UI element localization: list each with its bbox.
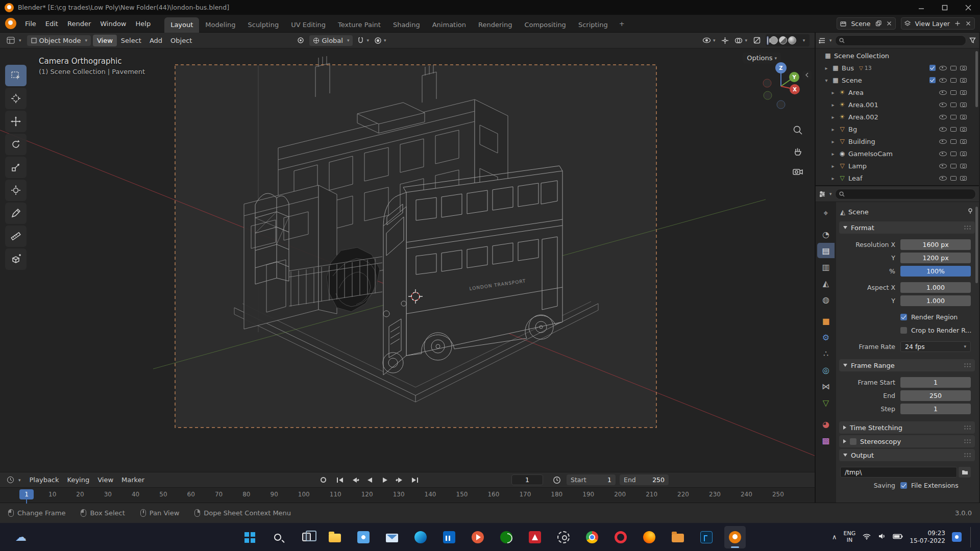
properties-tab-particles[interactable]: ∴	[817, 346, 835, 361]
proportional-editing-icon[interactable]	[373, 35, 387, 46]
orientation-selector[interactable]: Global	[309, 35, 353, 46]
workspace-tab[interactable]: UV Editing	[285, 17, 332, 33]
expand-icon[interactable]: ▸	[823, 65, 829, 71]
tool-cursor[interactable]	[5, 88, 27, 109]
taskbar-icon-photos[interactable]	[353, 526, 374, 548]
viewport-menu-item[interactable]: Add	[145, 35, 166, 46]
workspace-tab[interactable]: Modeling	[199, 17, 241, 33]
properties-tab-scene[interactable]: ◭	[817, 276, 835, 291]
timeline-menu-item[interactable]: View	[93, 474, 117, 486]
properties-search-input[interactable]	[847, 190, 972, 197]
properties-tab-constraints[interactable]: ⋈	[817, 379, 835, 394]
disable-render-icon[interactable]	[960, 127, 967, 132]
disable-viewport-icon[interactable]	[950, 164, 957, 168]
close-button[interactable]	[957, 0, 980, 15]
properties-tab-physics[interactable]: ◎	[817, 362, 835, 378]
scene-selector[interactable]: Scene	[837, 17, 895, 30]
workspace-tab[interactable]: Scripting	[572, 17, 614, 33]
remove-view-layer-icon[interactable]	[964, 19, 972, 28]
disable-viewport-icon[interactable]	[950, 103, 957, 107]
snapping-magnet-icon[interactable]	[356, 35, 370, 46]
toggle-xray-icon[interactable]	[751, 35, 763, 46]
shading-solid-button[interactable]	[770, 36, 778, 44]
aspect-x-field[interactable]: 1.000	[900, 282, 971, 293]
file-extensions-checkbox[interactable]	[900, 482, 907, 489]
workspace-tab[interactable]: Animation	[426, 17, 472, 33]
output-path-field[interactable]: /tmp\	[840, 467, 957, 478]
time-stretching-section-header[interactable]: Time Stretching	[839, 421, 975, 434]
play-button[interactable]	[378, 475, 391, 485]
timeline-ruler[interactable]: 1102030405060708090100110120130140150160…	[0, 487, 815, 503]
current-frame-field[interactable]: 1	[511, 474, 543, 485]
outliner-row[interactable]: ▸ ▽ Lamp	[816, 160, 979, 172]
properties-tab-texture[interactable]: ▩	[817, 433, 835, 448]
battery-icon[interactable]	[893, 533, 903, 541]
outliner-search-input[interactable]	[847, 37, 962, 44]
properties-editor-type-button[interactable]	[819, 191, 832, 197]
hide-eye-icon[interactable]	[939, 90, 947, 95]
timeline-menu-item[interactable]: Playback	[26, 474, 63, 486]
show-overlays-icon[interactable]	[733, 35, 748, 46]
outliner-editor-type-button[interactable]	[819, 37, 832, 44]
properties-tab-object-data[interactable]: ▽	[817, 395, 835, 410]
expand-icon[interactable]: ▸	[830, 127, 836, 132]
disable-render-icon[interactable]	[960, 176, 967, 181]
disable-viewport-icon[interactable]	[950, 90, 957, 95]
taskbar-icon-chrome[interactable]	[581, 526, 603, 548]
taskbar-icon-blender[interactable]	[724, 526, 746, 548]
outliner-row[interactable]: ▸ ▽ Building	[816, 135, 979, 147]
taskbar-icon-files[interactable]	[667, 526, 689, 548]
shading-wireframe-button[interactable]	[767, 36, 769, 45]
expand-icon[interactable]: ▾	[823, 78, 829, 83]
auto-keying-button[interactable]	[318, 475, 328, 485]
disable-viewport-icon[interactable]	[950, 115, 957, 119]
timeline-menu-item[interactable]: Keying	[63, 474, 94, 486]
taskbar-icon-xbox[interactable]	[496, 526, 517, 548]
frame-end-field[interactable]: End250	[620, 474, 669, 485]
new-scene-icon[interactable]	[874, 19, 883, 28]
shading-material-button[interactable]	[779, 36, 787, 44]
expand-icon[interactable]: ▸	[830, 90, 836, 95]
taskbar-icon-firefox[interactable]	[639, 526, 660, 548]
tool-measure[interactable]	[5, 226, 27, 247]
pan-hand-icon[interactable]	[793, 146, 803, 158]
frame-start-field[interactable]: 1	[900, 377, 971, 388]
disable-viewport-icon[interactable]	[950, 78, 957, 83]
properties-tab-view-layer[interactable]: ▥	[817, 259, 835, 274]
maximize-button[interactable]	[933, 0, 957, 15]
taskbar-icon-start[interactable]	[238, 526, 260, 548]
hide-eye-icon[interactable]	[939, 78, 947, 83]
tool-rotate[interactable]	[5, 134, 27, 155]
timeline-editor-type-button[interactable]	[3, 474, 24, 485]
zoom-icon[interactable]	[793, 125, 803, 137]
outliner-scrollbar[interactable]	[975, 51, 978, 107]
blender-menu-icon[interactable]	[5, 18, 16, 29]
format-section-header[interactable]: Format	[839, 221, 975, 234]
unlink-scene-icon[interactable]	[885, 19, 893, 28]
notification-icon[interactable]	[952, 532, 962, 542]
playhead[interactable]: 1	[19, 489, 34, 499]
add-workspace-button[interactable]: +	[614, 17, 630, 31]
minimize-button[interactable]	[910, 0, 933, 15]
transform-pivot-icon[interactable]	[295, 35, 306, 46]
taskbar-icon-task-view[interactable]	[296, 526, 317, 548]
workspace-tab[interactable]: Sculpting	[241, 17, 285, 33]
hide-eye-icon[interactable]	[939, 115, 947, 119]
taskbar-icon-edge[interactable]	[410, 526, 431, 548]
navigation-gizmo[interactable]: Z Y X	[754, 56, 807, 117]
workspace-tab[interactable]: Layout	[164, 17, 199, 33]
menu-item[interactable]: Window	[95, 18, 131, 30]
outliner-row[interactable]: ▸ ☀ Area.002	[816, 111, 979, 123]
disable-viewport-icon[interactable]	[950, 152, 957, 156]
workspace-tab[interactable]: Shading	[387, 17, 426, 33]
expand-icon[interactable]: ▸	[830, 151, 836, 157]
tool-select-box[interactable]	[5, 65, 27, 86]
outliner-filter-icon[interactable]	[969, 37, 976, 43]
disable-render-icon[interactable]	[960, 78, 967, 83]
tool-scale[interactable]	[5, 157, 27, 178]
outliner-row[interactable]: ▾ ▦ Scene	[816, 74, 979, 86]
properties-scrollbar[interactable]	[975, 207, 978, 283]
outliner-search[interactable]	[835, 35, 966, 46]
camera-view-icon[interactable]	[792, 167, 803, 178]
hide-eye-icon[interactable]	[939, 152, 947, 156]
